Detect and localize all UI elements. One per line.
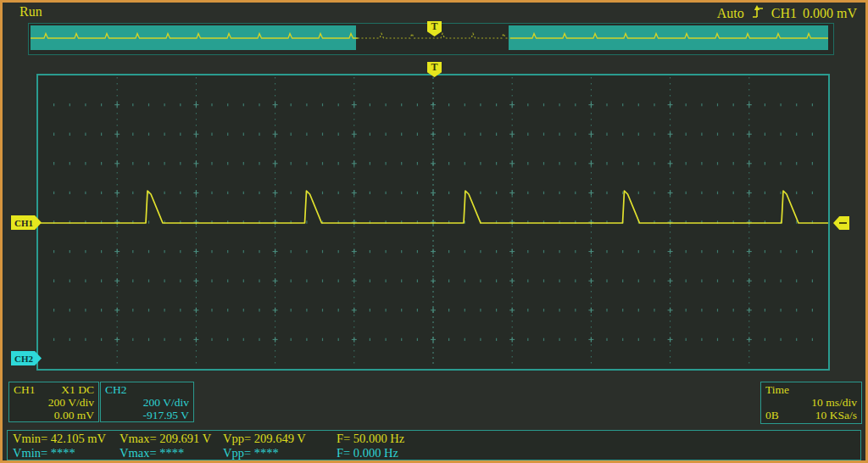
sample-rate: 10 KSa/s bbox=[815, 409, 857, 421]
memory-depth: 0B bbox=[765, 409, 779, 421]
trigger-position-marker[interactable]: T bbox=[427, 62, 442, 77]
acquisition-status: Run bbox=[19, 4, 42, 20]
ch1-scale: 200 V/div bbox=[14, 396, 94, 409]
strip-trigger-position-marker[interactable]: T bbox=[427, 21, 442, 36]
waveform-display-area bbox=[36, 74, 830, 371]
ch2-settings-panel[interactable]: CH2 200 V/div -917.95 V bbox=[100, 382, 194, 422]
time-panel-label: Time bbox=[765, 383, 857, 396]
ch2-vmin: Vmin= **** bbox=[13, 446, 75, 460]
trigger-level-marker[interactable] bbox=[833, 216, 849, 230]
oscilloscope-screen: Run Auto CH1 0.000 mV T T CH1 CH2 CH1 X1… bbox=[0, 0, 868, 463]
measurement-bar: Vmin= 42.105 mV Vmax= 209.691 V Vpp= 209… bbox=[7, 430, 861, 460]
trigger-mode: Auto bbox=[717, 6, 744, 21]
ch1-vpp: Vpp= 209.649 V bbox=[223, 432, 306, 446]
ch2-vmax: Vmax= **** bbox=[120, 446, 184, 460]
trigger-level-value: 0.000 mV bbox=[803, 6, 857, 21]
ch1-panel-label: CH1 bbox=[14, 383, 36, 396]
ch1-waveform-trace bbox=[38, 75, 828, 369]
trigger-readout: Auto CH1 0.000 mV bbox=[717, 4, 857, 22]
ch2-scale: 200 V/div bbox=[105, 396, 189, 409]
ch2-offset: -917.95 V bbox=[105, 409, 189, 421]
ch1-coupling: X1 DC bbox=[61, 383, 94, 396]
trigger-source: CH1 bbox=[771, 6, 797, 21]
ch1-vmin: Vmin= 42.105 mV bbox=[13, 432, 106, 446]
ch1-offset: 0.00 mV bbox=[14, 409, 94, 421]
ch2-freq: F= 0.000 Hz bbox=[337, 446, 398, 460]
timebase-panel[interactable]: Time 10 ms/div 0B 10 KSa/s bbox=[760, 382, 862, 424]
rising-edge-trigger-icon bbox=[752, 4, 764, 22]
ch2-panel-label: CH2 bbox=[105, 383, 127, 396]
time-scale: 10 ms/div bbox=[765, 396, 857, 409]
ch1-vmax: Vmax= 209.691 V bbox=[120, 432, 211, 446]
ch1-settings-panel[interactable]: CH1 X1 DC 200 V/div 0.00 mV bbox=[8, 382, 99, 422]
ch1-freq: F= 50.000 Hz bbox=[337, 432, 404, 446]
ch2-vpp: Vpp= **** bbox=[223, 446, 279, 460]
